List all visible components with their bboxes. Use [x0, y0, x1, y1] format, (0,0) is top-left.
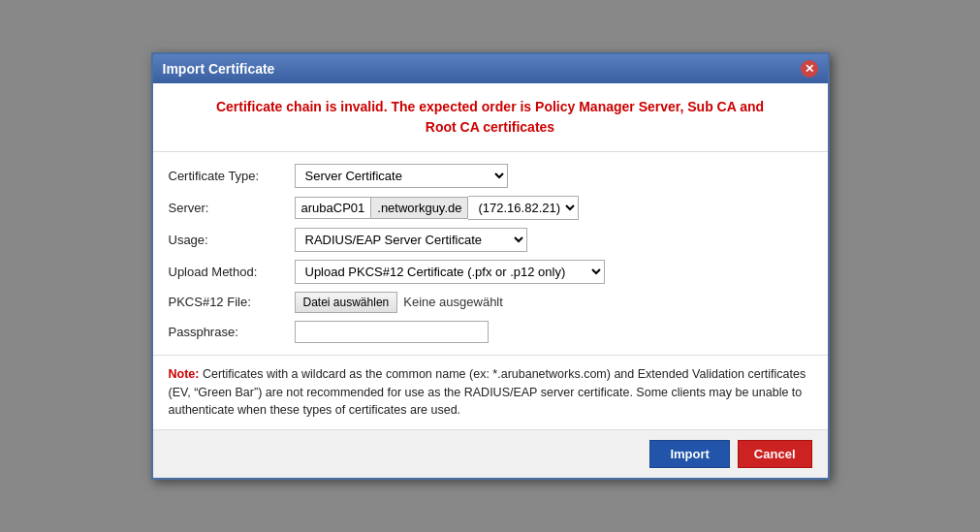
form-section: Certificate Type: Server Certificate CA … — [153, 152, 828, 356]
server-label: Server: — [169, 201, 295, 215]
usage-control: RADIUS/EAP Server Certificate EAP Server… — [295, 228, 812, 252]
note-section: Note: Certificates with a wildcard as th… — [153, 356, 828, 429]
usage-label: Usage: — [169, 233, 295, 247]
cert-type-row: Certificate Type: Server Certificate CA … — [169, 164, 812, 188]
button-bar: Import Cancel — [153, 429, 828, 478]
pkcs-file-control: Datei auswählen Keine ausgewählt — [295, 292, 812, 313]
upload-method-row: Upload Method: Upload PKCS#12 Certificat… — [169, 260, 812, 284]
server-row: Server: arubaCP01 .networkguy.de (172.16… — [169, 196, 812, 220]
error-banner: Certificate chain is invalid. The expect… — [153, 83, 828, 152]
upload-method-select[interactable]: Upload PKCS#12 Certificate (.pfx or .p12… — [295, 260, 605, 284]
usage-row: Usage: RADIUS/EAP Server Certificate EAP… — [169, 228, 812, 252]
cert-type-control: Server Certificate CA Certificate OCSP C… — [295, 164, 812, 188]
error-line1: Certificate chain is invalid. The expect… — [169, 97, 812, 117]
server-hostname: arubaCP01 — [295, 197, 372, 219]
pkcs-file-row: PKCS#12 File: Datei auswählen Keine ausg… — [169, 292, 812, 313]
upload-method-label: Upload Method: — [169, 265, 295, 279]
dialog-titlebar: Import Certificate ✕ — [153, 54, 828, 83]
upload-method-control: Upload PKCS#12 Certificate (.pfx or .p12… — [295, 260, 812, 284]
note-text: Certificates with a wildcard as the comm… — [169, 367, 806, 418]
cert-type-label: Certificate Type: — [169, 169, 295, 183]
file-none-label: Keine ausgewählt — [403, 295, 503, 309]
usage-select[interactable]: RADIUS/EAP Server Certificate EAP Server… — [295, 228, 527, 252]
file-row: Datei auswählen Keine ausgewählt — [295, 292, 812, 313]
note-label: Note: — [169, 367, 200, 381]
error-line2: Root CA certificates — [169, 117, 812, 138]
close-button[interactable]: ✕ — [801, 60, 818, 78]
server-ip-select[interactable]: (172.16.82.21) — [468, 196, 579, 220]
import-button[interactable]: Import — [649, 440, 729, 468]
pkcs-label: PKCS#12 File: — [169, 295, 295, 309]
cancel-button[interactable]: Cancel — [738, 440, 812, 468]
server-select-group: arubaCP01 .networkguy.de (172.16.82.21) — [295, 196, 812, 220]
passphrase-label: Passphrase: — [169, 325, 295, 339]
passphrase-control — [295, 321, 812, 343]
import-certificate-dialog: Import Certificate ✕ Certificate chain i… — [151, 52, 830, 480]
passphrase-row: Passphrase: — [169, 321, 812, 343]
file-choose-button[interactable]: Datei auswählen — [295, 292, 398, 313]
server-control: arubaCP01 .networkguy.de (172.16.82.21) — [295, 196, 812, 220]
passphrase-input[interactable] — [295, 321, 489, 343]
dialog-title: Import Certificate — [163, 61, 275, 77]
server-domain: .networkguy.de — [371, 197, 468, 219]
cert-type-select[interactable]: Server Certificate CA Certificate OCSP C… — [295, 164, 508, 188]
